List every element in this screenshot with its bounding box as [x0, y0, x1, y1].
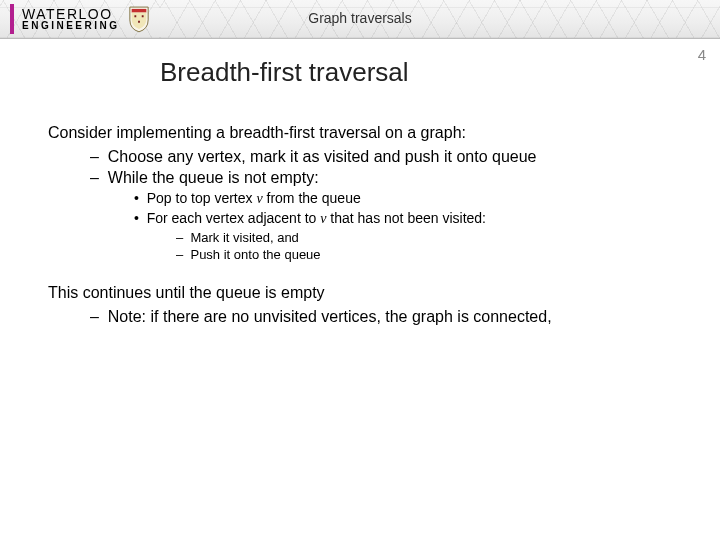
sub-adjacent-vertex: For each vertex adjacent to v that has n…: [134, 210, 672, 227]
intro-line: Consider implementing a breadth-first tr…: [48, 124, 672, 142]
subsub-mark-visited: Mark it visited, and: [176, 230, 672, 245]
spacer: [48, 264, 672, 284]
page-number: 4: [698, 46, 706, 63]
text: Pop to top vertex: [147, 190, 257, 206]
bullet-while-queue: While the queue is not empty:: [90, 169, 672, 187]
subsub-push-queue: Push it onto the queue: [176, 247, 672, 262]
slide-title: Breadth-first traversal: [160, 57, 720, 88]
text: from the queue: [263, 190, 361, 206]
bullet-choose-vertex: Choose any vertex, mark it as visited an…: [90, 148, 672, 166]
header-banner: WATERLOO ENGINEERING Graph traversals: [0, 0, 720, 39]
conclusion-line: This continues until the queue is empty: [48, 284, 672, 302]
slide-body: Consider implementing a breadth-first tr…: [48, 124, 672, 326]
text: For each vertex adjacent to: [147, 210, 321, 226]
sub-pop-vertex: Pop to top vertex v from the queue: [134, 190, 672, 207]
note-connected: Note: if there are no unvisited vertices…: [90, 308, 672, 326]
header-topic: Graph traversals: [0, 10, 720, 26]
text: that has not been visited:: [326, 210, 486, 226]
